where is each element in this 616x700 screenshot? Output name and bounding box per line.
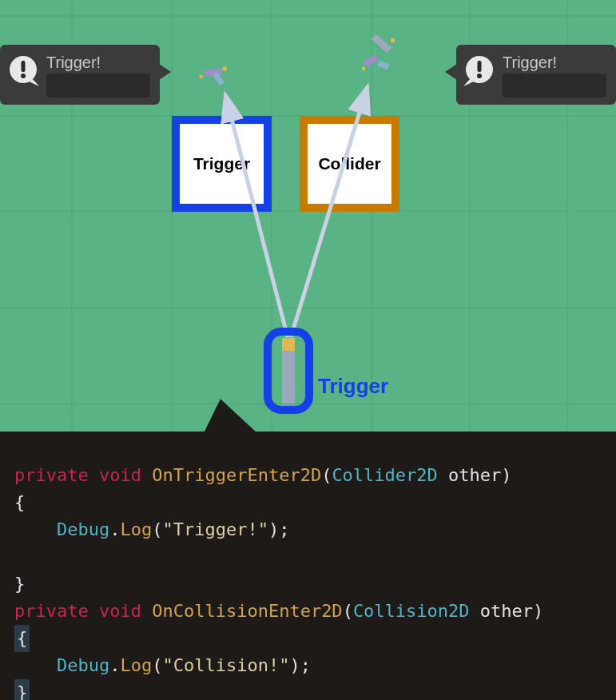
log-title: Trigger! (503, 53, 606, 72)
method-name: OnCollisionEnter2D (152, 601, 342, 621)
type-name: Debug (57, 655, 109, 675)
type-name: Debug (57, 519, 109, 539)
collision-debris-left (196, 56, 236, 96)
exclamation-icon (463, 54, 496, 88)
collision-debris-right (356, 35, 403, 83)
svg-rect-17 (205, 69, 223, 77)
brace: { (14, 492, 25, 512)
method-name: OnTriggerEnter2D (152, 465, 321, 485)
projectile-trigger-object (264, 328, 313, 414)
keyword: void (99, 601, 141, 621)
svg-rect-19 (222, 66, 227, 71)
brace: } (14, 574, 25, 594)
param-name: other (448, 465, 501, 485)
bullet-sprite (282, 338, 295, 404)
trigger-box-label: Trigger (193, 154, 250, 173)
svg-rect-24 (391, 38, 395, 42)
keyword: void (99, 465, 141, 485)
svg-rect-15 (478, 61, 482, 72)
svg-rect-22 (363, 54, 379, 67)
method-name: Log (120, 519, 152, 539)
collider-box: Collider (300, 116, 399, 212)
svg-rect-12 (22, 61, 26, 72)
svg-point-13 (21, 74, 26, 78)
string-literal: "Collision!" (162, 655, 289, 675)
log-title: Trigger! (46, 53, 150, 72)
projectile-label: Trigger (318, 374, 388, 399)
type-name: Collider2D (332, 465, 437, 485)
console-log-bubble-right: Trigger! (456, 45, 616, 105)
svg-rect-23 (377, 61, 390, 70)
param-name: other (480, 601, 533, 621)
method-name: Log (120, 655, 152, 675)
svg-rect-20 (199, 74, 203, 78)
code-snippet-panel: private void OnTriggerEnter2D(Collider2D… (0, 432, 616, 700)
svg-rect-25 (362, 67, 365, 70)
log-body-placeholder (503, 74, 606, 97)
svg-rect-21 (372, 35, 391, 53)
log-body-placeholder (46, 74, 150, 97)
console-log-bubble-left: Trigger! (0, 45, 160, 105)
exclamation-icon (6, 54, 40, 88)
keyword: private (14, 601, 89, 621)
svg-rect-18 (213, 72, 225, 86)
unity-scene-view: Trigger! Trigger! (0, 0, 616, 432)
string-literal: "Trigger!" (162, 519, 268, 539)
svg-point-16 (477, 74, 482, 78)
collider-box-label: Collider (318, 154, 380, 173)
trigger-box: Trigger (172, 116, 272, 212)
keyword: private (14, 465, 89, 485)
type-name: Collision2D (353, 601, 470, 621)
highlighted-brace: { (14, 625, 30, 652)
highlighted-brace: } (14, 679, 30, 700)
